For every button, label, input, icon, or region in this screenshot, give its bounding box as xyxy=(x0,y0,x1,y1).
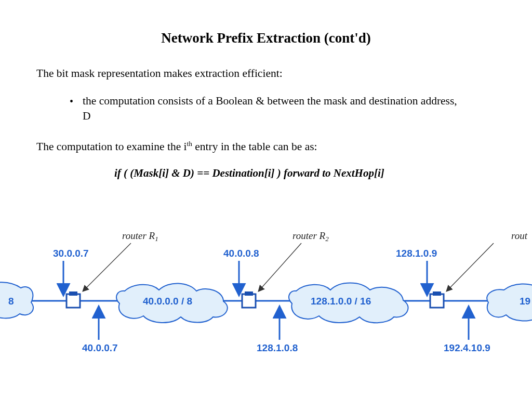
addr-bot-1: 40.0.0.7 xyxy=(82,342,118,353)
second-paragraph: The computation to examine the ith entry… xyxy=(36,139,496,154)
intro-paragraph: The bit mask representation makes extrac… xyxy=(36,66,496,81)
router-1 xyxy=(66,291,80,308)
bullet-dot-icon: • xyxy=(70,95,73,109)
network-diagram: 8 40.0.0.0 / 8 128.1.0.0 / 16 19 xyxy=(0,224,532,360)
svg-text:19: 19 xyxy=(520,296,530,307)
svg-rect-9 xyxy=(430,294,444,308)
bullet-text: the computation consists of a Boolean & … xyxy=(83,94,464,124)
router-3-pointer xyxy=(447,243,494,291)
bullet-item: • the computation consists of a Boolean … xyxy=(70,94,464,124)
router-2-pointer xyxy=(259,243,301,291)
svg-rect-7 xyxy=(242,294,256,308)
addr-top-2: 40.0.0.8 xyxy=(223,248,259,259)
addr-top-3: 128.1.0.9 xyxy=(396,248,437,259)
svg-text:8: 8 xyxy=(8,296,14,307)
svg-text:128.1.0.0 / 16: 128.1.0.0 / 16 xyxy=(311,296,371,307)
cloud-left: 8 xyxy=(0,282,33,318)
code-expression: if ( (Mask[i] & D) == Destination[i] ) f… xyxy=(114,167,496,180)
svg-text:40.0.0.0 / 8: 40.0.0.0 / 8 xyxy=(143,296,192,307)
router-2-label: router R2 xyxy=(292,230,329,243)
svg-rect-6 xyxy=(69,291,77,296)
addr-bot-2: 128.1.0.8 xyxy=(257,342,298,353)
svg-rect-5 xyxy=(66,294,80,308)
router-2 xyxy=(242,291,256,308)
router-3-label-partial: rout xyxy=(511,230,528,241)
addr-top-1: 30.0.0.7 xyxy=(53,248,89,259)
svg-rect-10 xyxy=(433,291,441,296)
cloud-mid-1: 40.0.0.0 / 8 xyxy=(116,283,228,323)
router-1-label: router R1 xyxy=(122,230,158,243)
addr-bot-3: 192.4.10.9 xyxy=(444,342,490,353)
svg-rect-8 xyxy=(245,291,253,296)
slide-title: Network Prefix Extraction (cont'd) xyxy=(36,30,496,46)
router-3 xyxy=(430,291,444,308)
cloud-right: 19 xyxy=(487,284,532,321)
cloud-mid-2: 128.1.0.0 / 16 xyxy=(289,283,408,323)
router-1-pointer xyxy=(83,243,131,291)
